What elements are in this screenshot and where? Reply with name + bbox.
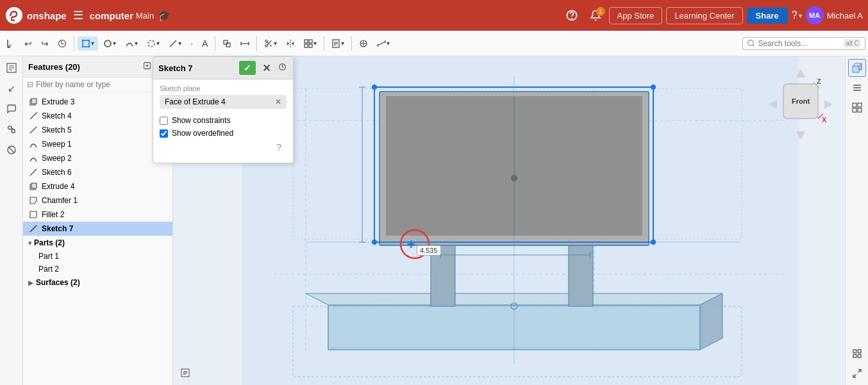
view-grid-button[interactable]	[848, 99, 866, 117]
list-item[interactable]: Sketch 6	[23, 165, 172, 179]
share-button[interactable]: Share	[747, 8, 788, 24]
constraint-tool[interactable]	[355, 37, 372, 51]
dimension-tool[interactable]	[237, 37, 253, 51]
list-item[interactable]: Sketch 7	[23, 222, 172, 236]
list-item[interactable]: Chamfer 1	[23, 193, 172, 208]
sketch-plane-remove-button[interactable]: ✕	[275, 97, 281, 106]
svg-marker-103	[769, 100, 777, 109]
sketch-icon	[28, 167, 38, 177]
comment-sidebar-icon[interactable]	[3, 100, 21, 118]
svg-marker-102	[796, 131, 805, 140]
fillet-tool[interactable]: ▾	[143, 37, 163, 51]
undo-button[interactable]: ↩	[21, 36, 36, 51]
measure-tool[interactable]: ▾	[373, 37, 394, 51]
filter-input[interactable]	[36, 80, 169, 89]
features-list: Extrude 3 Sketch 4 Sketch 5	[23, 92, 172, 385]
circle-icon	[103, 39, 112, 48]
circle-tool[interactable]: ▾	[99, 37, 120, 51]
grad-icon[interactable]: 🎓	[158, 10, 171, 22]
line-tool[interactable]: ▾	[165, 37, 185, 51]
parts-section-header[interactable]: ▾ Parts (2)	[23, 236, 172, 250]
import-tool[interactable]: ▾	[328, 37, 348, 51]
history-button[interactable]	[54, 37, 71, 51]
svg-rect-122	[858, 350, 861, 353]
notification-button[interactable]: 1	[586, 7, 605, 24]
separator3	[256, 36, 257, 51]
svg-line-125	[858, 370, 861, 373]
list-item[interactable]: Sweep 2	[23, 151, 172, 165]
assistant-button[interactable]	[562, 6, 582, 24]
point-tool[interactable]: ·	[187, 36, 197, 51]
features-panel-title: Features (20)	[28, 62, 138, 72]
text-tool[interactable]: A	[198, 36, 212, 51]
redo-button[interactable]: ↪	[37, 36, 53, 51]
user-avatar[interactable]: MA Michael A	[806, 6, 863, 24]
feature-label: Extrude 3	[42, 97, 167, 106]
sketch-rectangle-tool[interactable]: ▾	[78, 37, 98, 51]
parts-section-label: Parts (2)	[34, 238, 65, 247]
arc-tool[interactable]: ▾	[121, 37, 142, 51]
relations-sidebar-icon[interactable]	[3, 120, 21, 138]
sketch-close-button[interactable]: ✕	[260, 62, 273, 74]
search-tools-input[interactable]	[758, 39, 841, 48]
list-view-button[interactable]	[176, 364, 194, 382]
settings-button2[interactable]	[848, 345, 866, 363]
svg-point-15	[148, 40, 154, 47]
list-item[interactable]: Fillet 2	[23, 208, 172, 222]
dimension-icon	[240, 39, 249, 48]
svg-rect-8	[62, 44, 64, 44]
arrow-sidebar-icon[interactable]: ↙	[3, 79, 21, 97]
show-overdefined-checkbox[interactable]	[160, 129, 168, 138]
sketch-popup-title: Sketch 7	[158, 63, 235, 73]
doc-title: computer Main	[90, 10, 154, 21]
surfaces-section-header[interactable]: ▶ Surfaces (2)	[23, 275, 172, 290]
list-item[interactable]: Extrude 4	[23, 179, 172, 193]
svg-point-14	[104, 40, 111, 47]
orientation-widget[interactable]: Front Z X	[765, 66, 836, 143]
feature-label: Chamfer 1	[42, 196, 167, 205]
svg-point-12	[82, 45, 83, 47]
sketch-clock-button[interactable]	[277, 61, 288, 74]
view-grid-icon	[852, 102, 862, 113]
list-item[interactable]: Part 1	[23, 250, 172, 263]
feature-label: Sweep 2	[42, 154, 167, 163]
learning-button[interactable]: Learning Center	[666, 7, 742, 24]
features-sidebar-icon[interactable]	[3, 59, 21, 77]
show-overdefined-row: Show overdefined	[160, 127, 287, 140]
hamburger-icon[interactable]: ☰	[71, 6, 86, 25]
select-tool[interactable]	[3, 37, 19, 51]
list-item[interactable]: Part 2	[23, 263, 172, 275]
bottom-icon-button[interactable]	[848, 365, 866, 382]
svg-point-23	[265, 44, 268, 47]
view-list-button[interactable]	[848, 79, 866, 97]
scissors-tool[interactable]: ▾	[260, 37, 281, 51]
transform-tool[interactable]	[219, 37, 235, 51]
expand-icon	[852, 368, 862, 379]
list-item[interactable]: Sweep 1	[23, 137, 172, 151]
search-shortcut: alt C	[844, 39, 861, 47]
mirror-tool[interactable]	[282, 37, 299, 51]
onshape-logo-icon	[5, 6, 23, 24]
list-item[interactable]: Extrude 3	[23, 95, 172, 109]
help-button[interactable]: ? ▾	[792, 10, 802, 21]
list-item[interactable]: Sketch 4	[23, 109, 172, 123]
help-question-icon[interactable]: ?	[276, 142, 281, 152]
add-feature-button[interactable]	[142, 60, 153, 73]
sketch-confirm-button[interactable]: ✓	[239, 61, 256, 75]
view-cube-button[interactable]	[848, 59, 866, 77]
fillet-dropdown-arrow: ▾	[156, 40, 160, 47]
pattern-tool[interactable]: ▾	[300, 37, 321, 51]
sketch5-icon	[29, 126, 38, 135]
part1-label: Part 1	[38, 252, 59, 261]
search-icon	[747, 39, 755, 47]
svg-line-59	[30, 113, 37, 119]
show-constraints-checkbox[interactable]	[160, 117, 168, 125]
show-overdefined-label: Show overdefined	[172, 129, 233, 138]
separator1	[74, 36, 74, 51]
variables-sidebar-icon[interactable]	[3, 141, 21, 159]
feature-label: Sketch 4	[42, 111, 167, 120]
svg-point-42	[748, 40, 754, 46]
list-item[interactable]: Sketch 5	[23, 123, 172, 137]
appstore-button[interactable]: App Store	[609, 7, 663, 24]
feature-label: Sketch 7	[42, 224, 167, 233]
